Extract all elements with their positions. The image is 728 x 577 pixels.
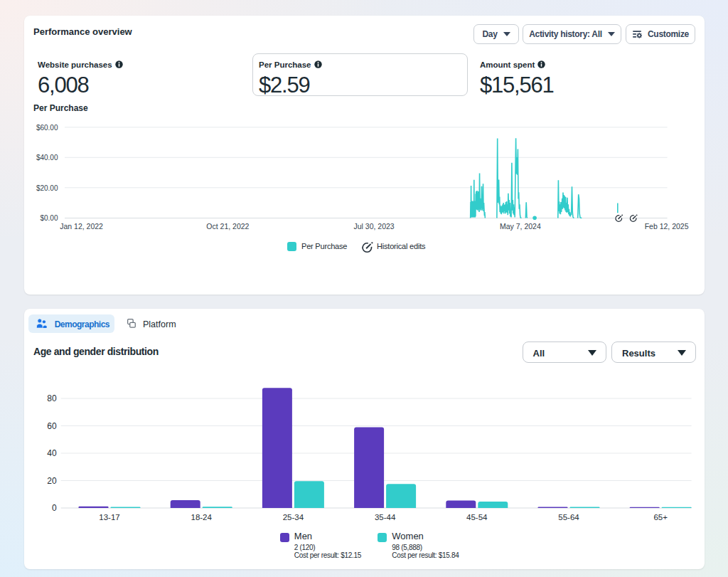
svg-text:60: 60 [47, 421, 57, 431]
svg-text:0: 0 [52, 503, 57, 513]
svg-text:40: 40 [47, 448, 57, 458]
svg-text:13-17: 13-17 [99, 513, 119, 522]
svg-text:Jul 30, 2023: Jul 30, 2023 [353, 222, 394, 231]
svg-text:$40.00: $40.00 [36, 154, 58, 162]
svg-text:$0.00: $0.00 [40, 214, 58, 222]
svg-text:45-54: 45-54 [466, 513, 488, 522]
svg-text:65+: 65+ [653, 513, 668, 522]
svg-text:20: 20 [47, 476, 57, 486]
svg-text:18-24: 18-24 [191, 513, 212, 522]
svg-text:Jan 12, 2022: Jan 12, 2022 [60, 222, 103, 231]
svg-text:$60.00: $60.00 [36, 124, 58, 132]
svg-text:Oct 21, 2022: Oct 21, 2022 [206, 222, 249, 231]
svg-text:25-34: 25-34 [283, 513, 304, 522]
svg-text:$20.00: $20.00 [36, 184, 58, 192]
svg-text:35-44: 35-44 [375, 513, 396, 522]
svg-text:80: 80 [47, 393, 57, 403]
svg-text:Feb 12, 2025: Feb 12, 2025 [645, 222, 689, 231]
svg-text:May 7, 2024: May 7, 2024 [500, 222, 541, 231]
svg-text:55-64: 55-64 [558, 513, 579, 522]
